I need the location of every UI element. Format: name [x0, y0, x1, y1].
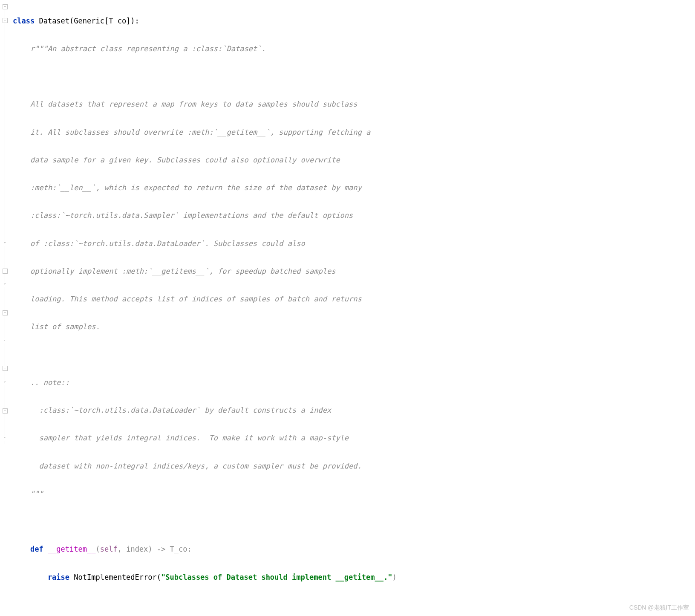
code-line: :class:`~torch.utils.data.Sampler` imple…: [13, 208, 692, 223]
code-editor[interactable]: class Dataset(Generic[T_co]): r"""An abs…: [10, 0, 695, 616]
code-line: loading. This method accepts list of ind…: [13, 292, 692, 306]
code-line: r"""An abstract class representing a :cl…: [13, 42, 692, 56]
code-line: optionally implement :meth:`__getitems__…: [13, 264, 692, 278]
code-line: data sample for a given key. Subclasses …: [13, 153, 692, 167]
watermark-text: CSDN @老狼IT工作室: [629, 602, 689, 613]
code-line: class Dataset(Generic[T_co]):: [13, 14, 692, 28]
code-line: All datasets that represent a map from k…: [13, 97, 692, 111]
code-line: [13, 515, 692, 529]
fold-end-icon[interactable]: ⌐: [3, 241, 8, 246]
fold-marker-icon[interactable]: −: [3, 408, 8, 414]
fold-marker-icon[interactable]: −: [3, 18, 8, 23]
code-line: [13, 348, 692, 362]
fold-end-icon[interactable]: ⌐: [3, 338, 8, 344]
fold-marker-icon[interactable]: −: [3, 4, 8, 9]
code-line: [13, 69, 692, 84]
code-line: """: [13, 487, 692, 501]
code-line: of :class:`~torch.utils.data.DataLoader`…: [13, 237, 692, 251]
fold-marker-icon[interactable]: −: [3, 310, 8, 315]
fold-end-icon[interactable]: ⌐: [3, 380, 8, 385]
code-line: [13, 598, 692, 612]
code-line: it. All subclasses should overwrite :met…: [13, 125, 692, 139]
code-line: list of samples.: [13, 320, 692, 334]
code-line: :class:`~torch.utils.data.DataLoader` by…: [13, 403, 692, 417]
fold-end-icon[interactable]: ⌐: [3, 282, 8, 287]
fold-marker-icon[interactable]: −: [3, 269, 8, 274]
code-line: raise NotImplementedError("Subclasses of…: [13, 570, 692, 584]
fold-marker-icon[interactable]: −: [3, 366, 8, 371]
code-line: def __getitem__(self, index) -> T_co:: [13, 542, 692, 556]
code-line: sampler that yields integral indices. To…: [13, 431, 692, 445]
editor-gutter: − − ⌐ − ⌐ − ⌐ − ⌐ − ⌐: [0, 0, 10, 616]
code-line: .. note::: [13, 376, 692, 390]
code-line: :meth:`__len__`, which is expected to re…: [13, 181, 692, 195]
fold-end-icon[interactable]: ⌐: [3, 436, 8, 441]
code-line: dataset with non-integral indices/keys, …: [13, 459, 692, 473]
